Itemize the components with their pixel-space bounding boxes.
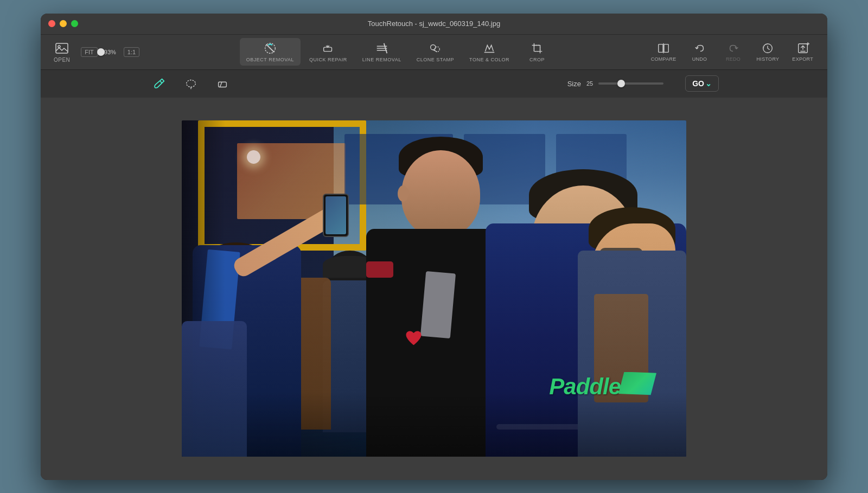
- compare-label: COMPARE: [651, 56, 676, 62]
- size-value: 25: [586, 80, 593, 87]
- heart-logo: [404, 329, 423, 348]
- canvas-area: Paddle: [41, 98, 827, 480]
- paddle-swoosh: [618, 372, 656, 396]
- size-slider-track: [598, 82, 663, 85]
- open-label: OPEN: [54, 57, 70, 63]
- svg-line-30: [160, 81, 162, 83]
- object-removal-button[interactable]: OBJECT REMOVAL: [240, 38, 301, 66]
- clone-stamp-icon: [428, 41, 442, 55]
- svg-rect-21: [659, 44, 663, 53]
- zoom-percent: 93%: [104, 49, 120, 55]
- zoom-1to1-label[interactable]: 1:1: [124, 47, 139, 57]
- clone-stamp-label: CLONE STAMP: [417, 57, 454, 62]
- brush-tool-button[interactable]: [149, 73, 170, 94]
- undo-label: UNDO: [692, 56, 707, 62]
- brush-icon: [153, 77, 166, 90]
- object-removal-label: OBJECT REMOVAL: [246, 57, 294, 62]
- quick-repair-label: QUICK REPAIR: [309, 57, 347, 62]
- bottom-left-person-fragment: [182, 321, 247, 457]
- clone-stamp-button[interactable]: CLONE STAMP: [410, 38, 461, 66]
- right-tools: COMPARE UNDO REDO: [646, 39, 819, 65]
- redo-icon: [727, 42, 740, 55]
- zoom-slider-thumb[interactable]: [97, 48, 105, 56]
- lasso-icon: [184, 77, 197, 90]
- line-removal-icon: [375, 41, 389, 55]
- svg-rect-4: [324, 47, 332, 51]
- crop-button[interactable]: CROP: [518, 38, 556, 66]
- far-right-person: [578, 142, 686, 457]
- object-removal-icon: [263, 41, 277, 55]
- history-icon: [761, 42, 774, 55]
- eraser-icon: [216, 77, 229, 90]
- line-removal-label: LINE REMOVAL: [362, 57, 401, 62]
- app-window: TouchRetouch - sj_wwdc_060319_140.jpg OP…: [41, 14, 827, 480]
- crop-icon: [530, 41, 544, 55]
- sub-toolbar: Size 25 GO ⌄: [41, 69, 827, 98]
- history-label: HisToRY: [757, 56, 780, 62]
- photo-container[interactable]: Paddle: [182, 120, 686, 457]
- export-button[interactable]: EXPORT: [787, 39, 819, 65]
- svg-rect-0: [56, 43, 68, 53]
- paddle-logo-overlay: Paddle: [549, 374, 656, 400]
- title-bar: TouchRetouch - sj_wwdc_060319_140.jpg: [41, 14, 827, 34]
- zoom-controls: FIT 93% 1:1: [81, 47, 139, 57]
- size-label: Size: [567, 80, 581, 88]
- compare-icon: [657, 42, 670, 55]
- svg-line-34: [220, 82, 222, 87]
- tone-color-button[interactable]: TONE & COLOR: [463, 38, 516, 66]
- undo-icon: [693, 42, 706, 55]
- quick-repair-icon: [321, 41, 335, 55]
- go-chevron-icon: ⌄: [705, 79, 712, 88]
- main-toolbar: OPEN FIT 93% 1:1 OBJECT REMOVAL: [41, 34, 827, 69]
- toolbar-left: OPEN FIT 93% 1:1: [49, 39, 139, 65]
- redo-button[interactable]: REDO: [718, 39, 749, 65]
- go-button[interactable]: GO ⌄: [685, 75, 719, 92]
- svg-rect-22: [664, 44, 668, 53]
- image-icon: [54, 41, 69, 56]
- size-control: Size 25: [567, 80, 664, 88]
- export-icon: [796, 42, 809, 55]
- window-title: TouchRetouch - sj_wwdc_060319_140.jpg: [368, 20, 500, 28]
- open-button[interactable]: OPEN: [49, 39, 74, 65]
- minimize-button[interactable]: [60, 20, 67, 27]
- compare-button[interactable]: COMPARE: [646, 39, 682, 65]
- undo-button[interactable]: UNDO: [684, 39, 716, 65]
- maximize-button[interactable]: [71, 20, 78, 27]
- tone-color-label: TONE & COLOR: [469, 57, 509, 62]
- traffic-lights: [48, 20, 78, 27]
- line-removal-button[interactable]: LINE REMOVAL: [356, 38, 408, 66]
- close-button[interactable]: [48, 20, 55, 27]
- svg-point-12: [431, 45, 436, 50]
- go-label: GO: [692, 79, 704, 88]
- svg-line-3: [266, 44, 274, 53]
- redo-label: REDO: [726, 56, 741, 62]
- svg-rect-20: [534, 45, 540, 51]
- size-slider-thumb[interactable]: [617, 80, 625, 87]
- lasso-tool-button[interactable]: [181, 73, 201, 94]
- crop-label: CROP: [529, 57, 545, 62]
- quick-repair-button[interactable]: QUICK REPAIR: [303, 38, 354, 66]
- tools-group: OBJECT REMOVAL QUICK REPAIR: [150, 38, 645, 66]
- svg-point-31: [187, 80, 196, 87]
- export-label: EXPORT: [792, 56, 813, 62]
- svg-rect-33: [219, 82, 227, 87]
- zoom-fit-label[interactable]: FIT: [81, 47, 98, 57]
- paddle-text: Paddle: [549, 374, 621, 400]
- eraser-tool-button[interactable]: [212, 73, 233, 94]
- history-button[interactable]: HisToRY: [751, 39, 785, 65]
- tone-color-icon: [482, 41, 496, 55]
